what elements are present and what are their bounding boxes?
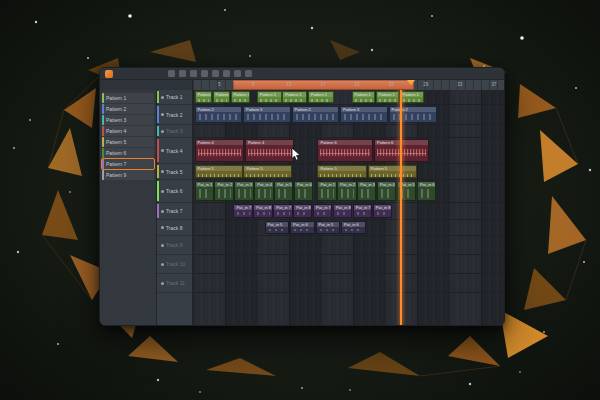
pattern-clip[interactable]: Pattern 2 — [195, 106, 243, 123]
pattern-clip[interactable]: Pat_in 4 — [254, 181, 273, 201]
pattern-clip[interactable]: Pat_in 5 — [265, 221, 290, 234]
track-lane[interactable]: Pattern 5Pattern 5Pattern 5Pattern 5 — [193, 164, 504, 180]
track-lane[interactable] — [193, 255, 504, 274]
pattern-color-swatch — [102, 148, 104, 158]
track-header[interactable]: Track 5 — [157, 164, 192, 180]
slip-icon[interactable] — [223, 70, 230, 77]
track-lane[interactable]: Pat_in 5Pat_in 6Pat_in 5Pat_in 6 — [193, 220, 504, 236]
track-lane[interactable]: Pat_in 1Pat_in 2Pat_in 3Pat_in 4Pat_in 5… — [193, 180, 504, 203]
pattern-clip[interactable]: Pat_in 6 — [417, 181, 436, 201]
track-lane[interactable]: Pat_in 7Pat_in 8Pat_in 7Pat_in 8Pat_in 7… — [193, 203, 504, 220]
magnet-icon[interactable] — [168, 70, 175, 77]
pattern-clip[interactable]: Pat_in 4 — [377, 181, 396, 201]
track-lane[interactable]: Pattern 1Pattern 1Pattern 1Pattern 1Patt… — [193, 90, 504, 105]
clip-label: Pattern 1 — [309, 92, 333, 97]
pattern-clip[interactable]: Pat_in 7 — [313, 204, 332, 218]
track-mute-led[interactable] — [161, 263, 164, 266]
pattern-clip[interactable]: Pat_in 3 — [234, 181, 253, 201]
track-lane[interactable]: Pattern 2Pattern 3Pattern 2Pattern 3Patt… — [193, 105, 504, 125]
pattern-clip[interactable]: Pat_in 6 — [290, 221, 315, 234]
pattern-clip[interactable]: Pattern 3 — [340, 106, 388, 123]
track-mute-led[interactable] — [161, 244, 164, 247]
track-mute-led[interactable] — [161, 282, 164, 285]
track-header[interactable]: Track 7 — [157, 203, 192, 220]
track-header[interactable]: Track 8 — [157, 220, 192, 236]
track-lane[interactable] — [193, 274, 504, 293]
pattern-clip[interactable]: Pattern 1 — [195, 91, 212, 103]
pattern-clip[interactable]: Pattern 3 — [243, 106, 291, 123]
brush-icon[interactable] — [190, 70, 197, 77]
fl-logo-icon[interactable] — [105, 70, 113, 78]
pattern-clip[interactable]: Pattern 1 — [213, 91, 230, 103]
pattern-clip[interactable]: Pattern 1 — [257, 91, 282, 103]
zoom-icon[interactable] — [245, 70, 252, 77]
pattern-clip[interactable]: Pattern 5 — [368, 165, 417, 178]
track-mute-led[interactable] — [161, 149, 164, 152]
pattern-clip[interactable]: Pat_in 7 — [353, 204, 372, 218]
track-header[interactable]: Track 1 — [157, 90, 192, 105]
track-mute-led[interactable] — [161, 170, 164, 173]
pattern-clip[interactable]: Pattern 1 — [308, 91, 334, 103]
pattern-item[interactable]: Pattern 2 — [102, 104, 154, 114]
pattern-item[interactable]: Pattern 7 — [102, 159, 154, 169]
pattern-clip[interactable]: Pattern 5 — [195, 165, 243, 178]
track-header[interactable]: Track 3 — [157, 125, 192, 138]
track-header[interactable]: Track 2 — [157, 105, 192, 125]
slice-icon[interactable] — [201, 70, 208, 77]
playhead[interactable] — [400, 90, 402, 325]
pattern-clip[interactable]: Pattern 5 — [243, 165, 291, 178]
track-mute-led[interactable] — [161, 96, 164, 99]
pattern-clip[interactable]: Pat_in 8 — [373, 204, 392, 218]
playlist-grid[interactable]: Pattern 1Pattern 1Pattern 1Pattern 1Patt… — [193, 90, 504, 325]
pattern-clip[interactable]: Pattern 2 — [292, 106, 340, 123]
pattern-clip[interactable]: Pattern 6 — [317, 139, 373, 162]
pattern-item[interactable]: Pattern 1 — [102, 93, 154, 103]
pattern-clip[interactable]: Pat_in 1 — [195, 181, 214, 201]
pattern-clip[interactable]: Pat_in 6 — [341, 221, 366, 234]
track-header[interactable]: Track 10 — [157, 255, 192, 274]
track-lane[interactable] — [193, 125, 504, 138]
track-header[interactable]: Track 4 — [157, 138, 192, 164]
pattern-item[interactable]: Pattern 5 — [102, 137, 154, 147]
pattern-clip[interactable]: Pat_in 7 — [233, 204, 252, 218]
track-header[interactable]: Track 11 — [157, 274, 192, 293]
pattern-clip[interactable]: Pat_in 5 — [316, 221, 341, 234]
pattern-clip[interactable]: Pattern 4 — [195, 139, 245, 162]
track-mute-led[interactable] — [161, 130, 164, 133]
track-mute-led[interactable] — [161, 210, 164, 213]
pattern-clip[interactable]: Pattern 1 — [400, 91, 425, 103]
pencil-icon[interactable] — [179, 70, 186, 77]
pattern-clip[interactable]: Pat_in 6 — [294, 181, 313, 201]
pattern-clip[interactable]: Pat_in 8 — [253, 204, 272, 218]
pattern-item[interactable]: Pattern 9 — [102, 170, 154, 180]
pattern-clip[interactable]: Pat_in 8 — [293, 204, 312, 218]
pattern-clip[interactable]: Pattern 4 — [245, 139, 294, 162]
timeline-ruler[interactable]: 5913172125293337 — [193, 80, 504, 90]
select-icon[interactable] — [234, 70, 241, 77]
pattern-clip[interactable]: Pattern 1 — [376, 91, 399, 103]
track-mute-led[interactable] — [161, 226, 164, 229]
pattern-clip[interactable]: Pat_in 7 — [273, 204, 292, 218]
pattern-item[interactable]: Pattern 6 — [102, 148, 154, 158]
pattern-clip[interactable]: Pat_in 8 — [333, 204, 352, 218]
pattern-item[interactable]: Pattern 4 — [102, 126, 154, 136]
pattern-clip[interactable]: Pat_in 2 — [337, 181, 356, 201]
track-mute-led[interactable] — [161, 113, 164, 116]
pattern-clip[interactable]: Pattern 1 — [352, 91, 375, 103]
pattern-clip[interactable]: Pattern 1 — [282, 91, 307, 103]
pattern-clip[interactable]: Pattern 1 — [231, 91, 251, 103]
pattern-clip[interactable]: Pattern 5 — [317, 165, 367, 178]
track-header[interactable]: Track 9 — [157, 236, 192, 255]
track-lane[interactable] — [193, 236, 504, 255]
track-mute-led[interactable] — [161, 190, 164, 193]
pattern-clip[interactable]: Pat_in 1 — [317, 181, 336, 201]
pattern-item[interactable]: Pattern 3 — [102, 115, 154, 125]
track-header[interactable]: Track 6 — [157, 180, 192, 203]
track-lane[interactable]: Pattern 4Pattern 4Pattern 6Pattern 6 — [193, 138, 504, 164]
pattern-clip[interactable]: Pat_in 2 — [214, 181, 233, 201]
pattern-clip[interactable]: Pat_in 5 — [274, 181, 293, 201]
window-titlebar[interactable] — [100, 68, 504, 80]
pattern-clip[interactable]: Pat_in 3 — [357, 181, 376, 201]
mute-icon[interactable] — [212, 70, 219, 77]
pattern-clip[interactable]: Pattern 2 — [389, 106, 437, 123]
